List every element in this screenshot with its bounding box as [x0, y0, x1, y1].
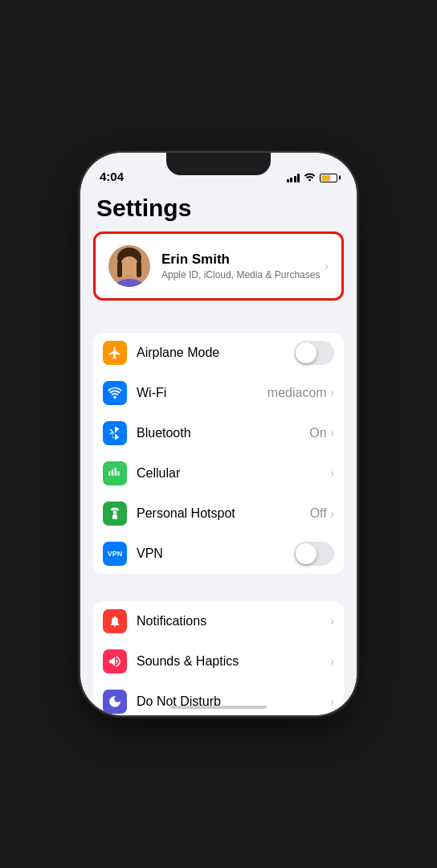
- sounds-icon: [103, 649, 127, 674]
- connectivity-group: Airplane Mode Wi-Fi: [93, 333, 344, 574]
- notch: [166, 153, 271, 175]
- wifi-item[interactable]: Wi-Fi mediacom ›: [93, 373, 344, 413]
- notifications-icon: [103, 609, 127, 633]
- personal-hotspot-item[interactable]: Personal Hotspot Off ›: [93, 493, 344, 534]
- personal-hotspot-icon: [103, 502, 127, 526]
- notifications-item[interactable]: Notifications ›: [93, 601, 344, 641]
- do-not-disturb-icon: [103, 690, 127, 714]
- cellular-label: Cellular: [137, 466, 330, 481]
- profile-subtitle: Apple ID, iCloud, Media & Purchases: [161, 269, 325, 280]
- bluetooth-value: On: [309, 426, 326, 440]
- profile-info: Erin Smith Apple ID, iCloud, Media & Pur…: [161, 252, 325, 280]
- airplane-mode-toggle[interactable]: [294, 341, 334, 365]
- airplane-mode-toggle-thumb: [296, 342, 317, 363]
- vpn-toggle-thumb: [296, 543, 317, 564]
- profile-name: Erin Smith: [161, 252, 325, 268]
- section-gap-1: [80, 305, 357, 333]
- wifi-status-icon: [304, 172, 316, 183]
- vpn-label-text: VPN: [108, 550, 123, 558]
- svg-rect-3: [117, 261, 122, 277]
- phone-frame: 4:04: [80, 153, 357, 715]
- home-indicator: [170, 706, 267, 709]
- do-not-disturb-item[interactable]: Do Not Disturb ›: [93, 682, 344, 715]
- cellular-chevron: ›: [330, 466, 334, 481]
- scroll-content[interactable]: Settings: [80, 188, 357, 715]
- wifi-icon: [103, 381, 127, 405]
- sounds-chevron: ›: [330, 654, 334, 669]
- personal-hotspot-value: Off: [310, 506, 327, 521]
- battery-icon: [320, 174, 337, 182]
- status-icons: [287, 172, 338, 183]
- page-title: Settings: [80, 188, 357, 231]
- status-time: 4:04: [100, 170, 124, 183]
- bluetooth-icon: [103, 421, 127, 445]
- sounds-item[interactable]: Sounds & Haptics ›: [93, 641, 344, 682]
- profile-chevron: ›: [325, 259, 329, 273]
- airplane-mode-label: Airplane Mode: [137, 346, 294, 360]
- cellular-icon: [103, 461, 127, 485]
- vpn-icon: VPN: [103, 542, 127, 566]
- avatar: [108, 245, 150, 287]
- airplane-mode-icon: [103, 341, 127, 365]
- section-gap-2: [80, 574, 357, 601]
- wifi-chevron: ›: [330, 386, 334, 400]
- profile-card[interactable]: Erin Smith Apple ID, iCloud, Media & Pur…: [93, 231, 344, 301]
- sounds-label: Sounds & Haptics: [137, 654, 330, 669]
- notifications-chevron: ›: [330, 614, 334, 628]
- vpn-item[interactable]: VPN VPN: [93, 534, 344, 574]
- svg-rect-4: [137, 261, 141, 277]
- cellular-item[interactable]: Cellular ›: [93, 453, 344, 493]
- system-group: Notifications › Sounds & Haptics ›: [93, 601, 344, 715]
- battery-fill: [321, 175, 330, 181]
- vpn-label: VPN: [137, 547, 294, 561]
- notifications-label: Notifications: [137, 614, 330, 628]
- wifi-value: mediacom: [268, 386, 327, 400]
- signal-icon: [287, 174, 300, 182]
- wifi-label: Wi-Fi: [137, 386, 268, 400]
- bluetooth-label: Bluetooth: [137, 426, 309, 440]
- personal-hotspot-label: Personal Hotspot: [137, 506, 310, 521]
- phone-screen: 4:04: [80, 153, 357, 715]
- personal-hotspot-chevron: ›: [330, 506, 334, 521]
- vpn-toggle[interactable]: [294, 542, 334, 566]
- do-not-disturb-chevron: ›: [330, 694, 334, 709]
- airplane-mode-item[interactable]: Airplane Mode: [93, 333, 344, 373]
- bluetooth-chevron: ›: [330, 426, 334, 440]
- svg-point-7: [113, 510, 117, 514]
- bluetooth-item[interactable]: Bluetooth On ›: [93, 413, 344, 453]
